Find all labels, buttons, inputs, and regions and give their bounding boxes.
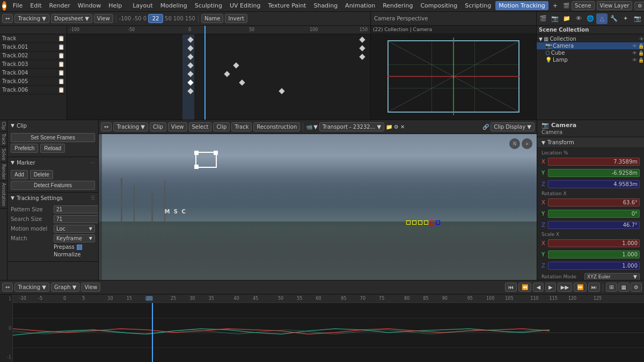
graph-mode-btn[interactable]: ↔ <box>2 283 13 292</box>
jump-start-btn[interactable]: ⏮ <box>505 283 517 292</box>
prev-frame-btn[interactable]: ⏪ <box>518 283 531 292</box>
tab-annotation[interactable]: Annotation <box>0 181 7 209</box>
clip-clip-btn[interactable]: Clip <box>150 122 166 131</box>
left-edge-handle[interactable] <box>99 134 102 280</box>
menu-shading[interactable]: Shading <box>310 1 341 10</box>
tree-item-cube[interactable]: ⬡ Cube 👁 🔒 <box>537 49 644 56</box>
jump-end-btn[interactable]: ⏭ <box>588 283 600 292</box>
clip-display-btn[interactable]: Clip Display ▼ <box>491 122 535 131</box>
pattern-size-input[interactable] <box>54 205 99 213</box>
prop-icon-view[interactable]: 👁 <box>573 13 584 24</box>
tab-solve[interactable]: Solve <box>0 147 7 162</box>
transform-section-header[interactable]: ▼ Transform <box>537 137 644 148</box>
clip-section-header[interactable]: ▼ Clip <box>8 120 98 131</box>
delete-marker-btn[interactable]: Delete <box>30 170 53 179</box>
menu-motion-tracking[interactable]: Motion Tracking <box>495 1 548 10</box>
track-row-001[interactable]: Track.001 📋 <box>0 43 67 51</box>
menu-scripting[interactable]: Scripting <box>462 1 494 10</box>
track-row-002[interactable]: Track.002 📋 <box>0 51 67 60</box>
clip-lock-icon[interactable]: 🔗 <box>482 124 489 130</box>
menu-texture-paint[interactable]: Texture Paint <box>265 1 309 10</box>
prop-icon-output[interactable]: 📁 <box>561 13 573 24</box>
step-fwd-btn[interactable]: ▶▶ <box>558 283 572 292</box>
tracking-settings-header[interactable]: ▼ Tracking Settings ☰ <box>8 193 98 203</box>
set-scene-frames-btn[interactable]: Set Scene Frames <box>11 133 95 142</box>
graph-view-btn[interactable]: View <box>81 283 100 292</box>
prop-icon-render[interactable]: 📷 <box>550 13 561 24</box>
marker-4[interactable] <box>424 220 428 225</box>
rotation-y-value[interactable]: 0° <box>548 210 640 218</box>
clip-folder-icon[interactable]: 📁 <box>386 124 392 130</box>
menu-file[interactable]: File <box>10 1 26 10</box>
name-field[interactable]: Name <box>201 14 224 23</box>
dopesheet-dropdown[interactable]: Dopesheet ▼ <box>51 14 92 23</box>
track-row-003[interactable]: Track.003 📋 <box>0 60 67 69</box>
view-num-btn[interactable]: N <box>509 138 520 149</box>
menu-window[interactable]: Window <box>75 1 104 10</box>
next-frame-btn[interactable]: ⏩ <box>574 283 587 292</box>
rotation-x-value[interactable]: 63.6° <box>548 198 640 206</box>
scene-selector[interactable]: Scene <box>572 1 595 10</box>
kf-004-1[interactable] <box>224 71 230 77</box>
marker-3[interactable] <box>418 220 422 225</box>
location-x-value[interactable]: 7.3589m <box>548 158 640 166</box>
track-row-005[interactable]: Track.005 📋 <box>0 77 67 86</box>
kf-track-1[interactable] <box>359 36 365 42</box>
prop-icon-data[interactable]: 📷 <box>632 13 643 24</box>
track-row-main[interactable]: Track 📋 <box>0 34 67 43</box>
kf-005-1[interactable] <box>239 79 245 85</box>
clip-view-btn[interactable]: View <box>168 122 187 131</box>
prop-icon-scene[interactable]: 🎬 <box>538 13 549 24</box>
graph-view-3d-btn[interactable]: ▦ <box>618 283 630 292</box>
kf-003-1[interactable] <box>233 62 239 68</box>
tree-item-camera[interactable]: 📷 Camera 👁 🔒 <box>537 42 644 49</box>
clip-reconstruction-btn[interactable]: Reconstruction <box>253 122 300 131</box>
view-btn-track[interactable]: View <box>94 14 113 23</box>
marker-5[interactable] <box>430 220 434 225</box>
track-row-004[interactable]: Track.004 📋 <box>0 69 67 77</box>
kf-001-1[interactable] <box>359 45 365 51</box>
tracking-rect-main[interactable] <box>195 152 217 168</box>
rotation-z-value[interactable]: 46.7° <box>548 221 640 229</box>
marker-1[interactable] <box>406 220 411 225</box>
prepass-checkbox[interactable] <box>77 245 82 250</box>
match-dropdown[interactable]: Keyframe ▼ <box>54 234 95 242</box>
menu-edit[interactable]: Edit <box>27 1 45 10</box>
clip-tracking-dropdown[interactable]: Tracking ▼ <box>113 122 148 131</box>
graph-view-2d-btn[interactable]: ⊞ <box>606 283 617 292</box>
prefetch-btn[interactable]: Prefetch <box>11 144 38 153</box>
menu-add-workspace[interactable]: + <box>550 1 561 10</box>
graph-type-dropdown[interactable]: Graph ▼ <box>51 283 80 292</box>
clip-track-btn[interactable]: Track <box>231 122 252 131</box>
menu-help[interactable]: Help <box>105 1 125 10</box>
motion-model-dropdown[interactable]: Loc ▼ <box>54 225 95 233</box>
menu-sculpting[interactable]: Sculpting <box>192 1 225 10</box>
prop-icon-particles[interactable]: ✦ <box>620 13 631 24</box>
scale-x-value[interactable]: 1.000 <box>548 239 640 247</box>
clip-transport-dropdown[interactable]: ▼ <box>313 124 318 130</box>
invert-btn[interactable]: Invert <box>225 14 247 23</box>
menu-modeling[interactable]: Modeling <box>157 1 191 10</box>
view-zoom-btn[interactable]: + <box>522 138 532 149</box>
menu-uv-editing[interactable]: UV Editing <box>226 1 264 10</box>
render-icon-btn[interactable]: ⚙ <box>634 2 644 10</box>
prop-icon-world[interactable]: 🌐 <box>585 13 596 24</box>
step-back-btn[interactable]: ◀ <box>533 283 544 292</box>
menu-rendering[interactable]: Rendering <box>379 1 416 10</box>
reload-btn[interactable]: Reload <box>40 144 65 153</box>
clip-close-icon[interactable]: ✕ <box>400 124 405 130</box>
tree-item-collection[interactable]: ▼ ▦ Collection 👁 <box>537 35 644 42</box>
prop-icon-modifier[interactable]: 🔧 <box>608 13 619 24</box>
kf-002-1[interactable] <box>359 54 365 60</box>
marker-section-header[interactable]: ▼ Marker — <box>8 157 98 168</box>
location-z-value[interactable]: 4.9583m <box>548 180 640 188</box>
add-marker-btn[interactable]: Add <box>11 170 28 179</box>
graph-settings-btn[interactable]: ⚙ <box>631 283 642 292</box>
rotation-mode-dropdown[interactable]: XYZ Euler ▼ <box>584 273 640 280</box>
clip-transport-label[interactable]: Transport - 23232... ▼ <box>319 122 384 131</box>
menu-render[interactable]: Render <box>46 1 74 10</box>
current-frame-display[interactable]: 22 <box>148 14 163 23</box>
tree-item-lamp[interactable]: 💡 Lamp 👁 🔒 <box>537 56 644 63</box>
location-y-value[interactable]: -6.9258m <box>548 169 640 177</box>
tab-render2[interactable]: Render <box>0 162 7 181</box>
